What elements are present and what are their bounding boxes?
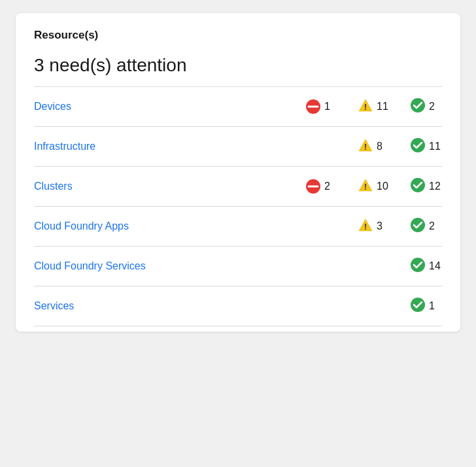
ok-status-group: 2 — [390, 217, 442, 235]
svg-point-7 — [411, 138, 425, 152]
table-row: Cloud Foundry Apps ! 3 2 — [34, 207, 442, 247]
status-groups: 1 ! 11 2 — [285, 97, 442, 116]
ok-count: 2 — [429, 220, 442, 232]
warning-count: 11 — [377, 101, 390, 112]
warning-status-group: ! 8 — [337, 137, 390, 156]
blocked-icon — [305, 99, 321, 114]
warning-status-group: ! 10 — [337, 177, 390, 196]
blocked-status-group: 2 — [285, 179, 337, 194]
warning-status-group: ! 11 — [337, 97, 390, 116]
status-groups: ! 8 11 — [285, 137, 442, 156]
ok-status-group: 12 — [390, 177, 442, 196]
svg-text:!: ! — [364, 182, 367, 192]
ok-status-group: 14 — [390, 257, 442, 275]
warning-count: 10 — [377, 181, 390, 192]
svg-text:!: ! — [364, 142, 367, 152]
resource-name[interactable]: Cloud Foundry Services — [34, 260, 178, 272]
resource-name[interactable]: Cloud Foundry Apps — [34, 220, 178, 232]
warning-status-group: ! 3 — [337, 217, 390, 235]
svg-text:!: ! — [364, 102, 367, 112]
status-groups: 2 ! 10 12 — [285, 177, 442, 196]
ok-count: 12 — [429, 181, 442, 192]
resource-name[interactable]: Services — [34, 300, 178, 312]
blocked-count: 2 — [324, 181, 337, 192]
svg-point-12 — [411, 178, 425, 192]
warning-count: 8 — [377, 141, 390, 152]
blocked-count: 1 — [324, 101, 337, 112]
blocked-icon — [305, 179, 321, 194]
status-groups: 14 — [285, 257, 442, 275]
attention-heading: 3 need(s) attention — [34, 55, 442, 76]
ok-status-group: 2 — [390, 97, 442, 116]
warning-count: 3 — [377, 220, 390, 232]
resource-name[interactable]: Devices — [34, 101, 178, 112]
ok-status-group: 11 — [390, 137, 442, 156]
card-title: Resource(s) — [34, 29, 442, 42]
ok-count: 14 — [429, 260, 442, 272]
ok-icon — [410, 257, 426, 275]
ok-icon — [410, 97, 426, 116]
table-row: Cloud Foundry Services 14 — [34, 247, 442, 286]
status-groups: 1 — [285, 297, 442, 315]
ok-count: 11 — [429, 141, 442, 152]
table-row: Clusters 2 ! 10 12 — [34, 167, 442, 207]
resource-name[interactable]: Clusters — [34, 181, 178, 192]
svg-point-16 — [411, 258, 425, 272]
svg-point-17 — [411, 298, 425, 312]
table-row: Devices 1 ! 11 2 — [34, 87, 442, 127]
warning-icon: ! — [358, 177, 373, 196]
resource-rows: Devices 1 ! 11 2Infrastructure ! 8 11Clu… — [34, 87, 442, 326]
ok-icon — [410, 217, 426, 235]
resources-card: Resource(s) 3 need(s) attention Devices … — [16, 13, 460, 332]
warning-icon: ! — [358, 217, 373, 235]
svg-point-4 — [411, 98, 425, 112]
warning-icon: ! — [358, 137, 373, 156]
table-row: Infrastructure ! 8 11 — [34, 127, 442, 167]
status-groups: ! 3 2 — [285, 217, 442, 235]
svg-text:!: ! — [364, 222, 367, 232]
ok-count: 1 — [429, 300, 442, 312]
ok-count: 2 — [429, 101, 442, 112]
svg-point-15 — [411, 218, 425, 232]
ok-status-group: 1 — [390, 297, 442, 315]
resource-name[interactable]: Infrastructure — [34, 141, 178, 152]
ok-icon — [410, 297, 426, 315]
blocked-status-group: 1 — [285, 99, 337, 114]
ok-icon — [410, 177, 426, 196]
ok-icon — [410, 137, 426, 156]
table-row: Services 1 — [34, 286, 442, 326]
warning-icon: ! — [358, 97, 373, 116]
